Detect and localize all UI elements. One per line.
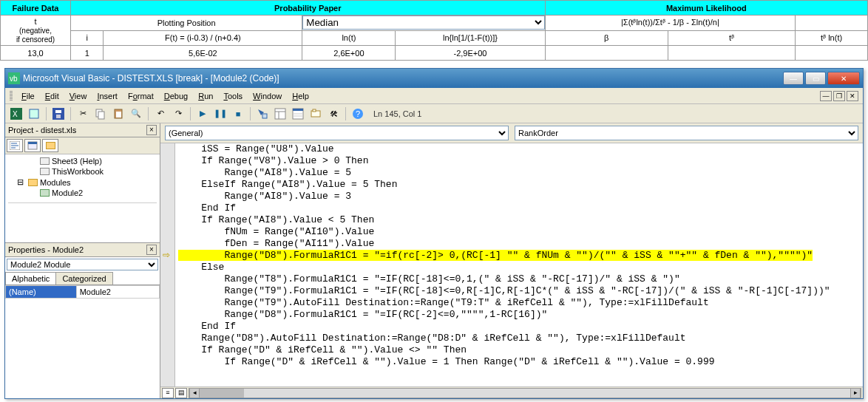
- cell-tblnt: tᵝ ln(t): [796, 30, 868, 46]
- toolbox-button[interactable]: 🛠: [325, 106, 342, 122]
- procedure-view-button[interactable]: ≡: [162, 388, 174, 398]
- cell-tb: tᵝ: [668, 30, 796, 46]
- mdi-close[interactable]: ✕: [847, 91, 858, 101]
- prop-name-value[interactable]: Module2: [76, 286, 159, 299]
- tree-sheet3[interactable]: Sheet3 (Help): [8, 156, 157, 166]
- properties-pane-close[interactable]: ×: [146, 245, 157, 255]
- menu-file[interactable]: File: [17, 90, 39, 102]
- horizontal-scrollbar[interactable]: ◂ ▸: [189, 388, 861, 398]
- save-button[interactable]: [50, 106, 67, 122]
- object-browser-button[interactable]: [308, 106, 324, 122]
- cell-beta: β: [545, 30, 668, 46]
- project-tree[interactable]: Sheet3 (Help) ThisWorkbook ⊟Modules Modu…: [5, 154, 160, 243]
- svg-rect-6: [55, 110, 61, 113]
- menu-view[interactable]: View: [65, 90, 92, 102]
- toggle-folders-button[interactable]: [42, 139, 58, 152]
- cell-plotpos: Plotting Position: [71, 16, 302, 31]
- cell-v5[interactable]: -2,9E+00: [396, 46, 545, 61]
- properties-grid[interactable]: (Name) Module2: [5, 285, 160, 398]
- properties-object-combo[interactable]: Module2 Module: [7, 259, 158, 270]
- cell-v1[interactable]: 13,0: [1, 46, 71, 61]
- titlebar[interactable]: vb Microsoft Visual Basic - DISTEST.XLS …: [5, 69, 863, 88]
- svg-rect-13: [262, 114, 267, 118]
- props-tab-categorized[interactable]: Categorized: [55, 272, 112, 285]
- redo-button[interactable]: ↷: [170, 106, 186, 122]
- svg-rect-11: [116, 112, 121, 117]
- cell-ft: F(t) = (i-0.3) / (n+0.4): [104, 30, 302, 46]
- toolbar: X ✂ 🔍 ↶ ↷ ▶ ❚❚ ■ 🛠 ? Ln 145, Col 1: [5, 104, 863, 123]
- worksheet-icon: [40, 157, 50, 165]
- tree-thisworkbook[interactable]: ThisWorkbook: [8, 166, 157, 177]
- cell-v4[interactable]: 2,6E+00: [302, 46, 396, 61]
- mdi-restore[interactable]: ❐: [833, 91, 845, 101]
- cell-v3[interactable]: 5,6E-02: [104, 46, 302, 61]
- folder-icon: [46, 142, 55, 149]
- procedure-combo[interactable]: RankOrder: [515, 126, 858, 140]
- properties-pane-title: Properties - Module2 ×: [5, 243, 160, 257]
- cell-i: i: [71, 30, 104, 46]
- cell-v2[interactable]: 1: [71, 46, 104, 61]
- object-combo[interactable]: (General): [165, 126, 509, 140]
- menu-edit[interactable]: Edit: [41, 90, 64, 102]
- properties-window-button[interactable]: [290, 106, 306, 122]
- spreadsheet-grid: Failure Data Probability Paper Maximum L…: [0, 0, 868, 61]
- menu-tools[interactable]: Tools: [219, 90, 247, 102]
- svg-rect-14: [275, 109, 285, 119]
- cell-lnt: ln(t): [302, 30, 396, 46]
- menu-insert[interactable]: Insert: [92, 90, 122, 102]
- find-button[interactable]: 🔍: [128, 106, 144, 122]
- hdr-prob: Probability Paper: [71, 1, 546, 16]
- menu-run[interactable]: Run: [194, 90, 217, 102]
- tree-module2[interactable]: Module2: [8, 188, 157, 198]
- maximize-button[interactable]: ▭: [805, 72, 826, 85]
- project-pane-close[interactable]: ×: [146, 125, 157, 135]
- break-button[interactable]: ❚❚: [212, 106, 228, 122]
- folder-icon: [28, 179, 38, 186]
- grip-icon: [10, 91, 13, 101]
- cell-median-dropdown[interactable]: Median: [302, 16, 545, 31]
- toolbox-icon: 🛠: [330, 109, 338, 118]
- props-tab-alphabetic[interactable]: Alphabetic: [5, 272, 56, 285]
- run-icon: ▶: [200, 109, 206, 118]
- cut-button[interactable]: ✂: [75, 106, 91, 122]
- design-mode-button[interactable]: [254, 106, 271, 122]
- svg-rect-4: [30, 109, 38, 118]
- insert-button[interactable]: [26, 106, 42, 122]
- view-code-button[interactable]: [7, 139, 23, 152]
- title-text: Microsoft Visual Basic - DISTEST.XLS [br…: [23, 73, 783, 84]
- project-pane-title: Project - distest.xls ×: [5, 123, 160, 137]
- scroll-left-button[interactable]: ◂: [189, 389, 200, 398]
- code-editor[interactable]: iSS = Range("U8").Value If Range("V8").V…: [175, 143, 863, 386]
- menu-format[interactable]: Format: [123, 90, 158, 102]
- svg-rect-18: [293, 109, 303, 111]
- copy-button[interactable]: [92, 106, 109, 122]
- code-margin: ⇨: [160, 143, 175, 386]
- vbe-window: vb Microsoft Visual Basic - DISTEST.XLS …: [4, 68, 864, 399]
- svg-rect-22: [313, 109, 316, 112]
- prop-name-key[interactable]: (Name): [6, 286, 77, 299]
- undo-button[interactable]: ↶: [152, 106, 169, 122]
- full-module-view-button[interactable]: ▤: [175, 388, 187, 398]
- cell-ml-formula: |Σ(tᵝln(t))/Σtᵝ - 1/β - Σln(t)/n|: [545, 16, 796, 31]
- run-button[interactable]: ▶: [194, 106, 211, 122]
- workbook-icon: [40, 168, 50, 175]
- scroll-thumb[interactable]: [200, 389, 244, 398]
- undo-icon: ↶: [157, 109, 164, 118]
- menu-help[interactable]: Help: [288, 90, 313, 102]
- minimize-button[interactable]: —: [783, 72, 804, 85]
- cursor-position: Ln 145, Col 1: [373, 109, 421, 118]
- project-explorer-button[interactable]: [272, 106, 288, 122]
- view-object-button[interactable]: [24, 139, 41, 152]
- menu-window[interactable]: Window: [248, 90, 286, 102]
- close-button[interactable]: ✕: [827, 72, 860, 85]
- paste-button[interactable]: [110, 106, 126, 122]
- help-button[interactable]: ?: [350, 106, 366, 122]
- scroll-right-button[interactable]: ▸: [850, 389, 861, 398]
- tree-modules-folder[interactable]: ⊟Modules: [8, 177, 157, 188]
- reset-icon: ■: [236, 109, 241, 118]
- mdi-minimize[interactable]: —: [820, 91, 832, 101]
- view-excel-button[interactable]: X: [8, 106, 24, 122]
- redo-icon: ↷: [175, 109, 182, 118]
- menu-debug[interactable]: Debug: [160, 90, 192, 102]
- reset-button[interactable]: ■: [230, 106, 246, 122]
